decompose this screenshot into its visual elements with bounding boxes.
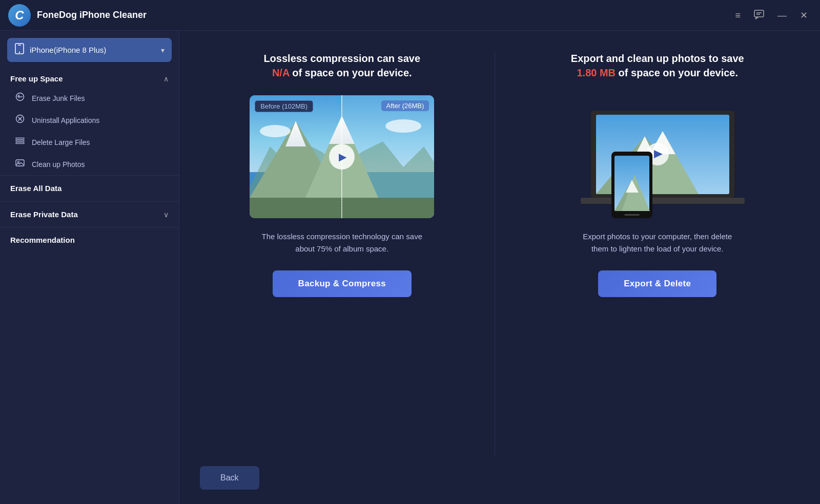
after-label: After (26MB) — [381, 100, 429, 111]
svg-point-5 — [19, 52, 20, 53]
title-bar: C FoneDog iPhone Cleaner ≡ — ✕ — [0, 0, 820, 31]
sidebar-item-erase-all-data[interactable]: Erase All Data — [0, 175, 179, 201]
main-layout: iPhone(iPhone 8 Plus) ▾ Free up Space ∧ … — [0, 31, 820, 504]
svg-point-28 — [260, 125, 291, 137]
svg-rect-12 — [16, 140, 24, 142]
sidebar-item-label-erase-junk: Erase Junk Files — [32, 94, 85, 102]
sidebar-section-header-free-space[interactable]: Free up Space ∧ — [0, 71, 179, 87]
minimize-button[interactable]: — — [775, 9, 789, 22]
back-button[interactable]: Back — [200, 466, 259, 490]
compress-highlight: N/A — [272, 67, 290, 78]
sidebar-item-label-clean-photos: Clean up Photos — [32, 160, 85, 169]
svg-rect-13 — [16, 142, 24, 144]
content-panels: Lossless compression can save N/A of spa… — [179, 31, 820, 456]
svg-point-15 — [18, 161, 19, 163]
play-icon-left: ▶ — [339, 151, 346, 163]
play-button-left[interactable]: ▶ — [329, 144, 355, 170]
title-controls: ≡ — ✕ — [733, 7, 810, 23]
sidebar-item-clean-photos[interactable]: Clean up Photos — [0, 153, 179, 175]
sidebar-item-label-erase-all-data: Erase All Data — [10, 184, 61, 193]
sidebar-item-erase-private-data[interactable]: Erase Private Data ∨ — [0, 201, 179, 227]
export-delete-button[interactable]: Export & Delete — [598, 270, 716, 297]
sidebar-section-title-free-space: Free up Space — [10, 74, 63, 83]
compress-description: The lossless compression technology can … — [260, 230, 424, 255]
export-description: Export photos to your computer, then del… — [576, 230, 740, 255]
sidebar-item-label-erase-private-data: Erase Private Data — [10, 210, 78, 219]
panel-compress: Lossless compression can save N/A of spa… — [200, 51, 495, 456]
sidebar-item-label-recommendation: Recommendation — [10, 236, 75, 244]
sidebar-item-erase-junk[interactable]: Erase Junk Files — [0, 87, 179, 109]
collapse-arrow-free-space: ∧ — [163, 75, 169, 83]
collapse-arrow-private-data: ∨ — [163, 211, 169, 219]
device-selector[interactable]: iPhone(iPhone 8 Plus) ▾ — [7, 38, 172, 62]
delete-large-files-icon — [14, 136, 26, 148]
device-export-illustration — [560, 95, 755, 218]
svg-point-29 — [385, 119, 421, 133]
uninstall-apps-icon — [14, 114, 26, 126]
svg-rect-37 — [581, 198, 745, 204]
bottom-bar: Back — [179, 456, 820, 504]
comparison-container: Before (102MB) After (26MB) ▶ — [250, 95, 434, 218]
erase-junk-icon — [14, 92, 26, 104]
export-highlight: 1.80 MB — [577, 67, 616, 78]
svg-rect-11 — [16, 138, 24, 139]
svg-rect-0 — [754, 10, 764, 17]
sidebar-item-recommendation[interactable]: Recommendation — [0, 227, 179, 253]
close-button[interactable]: ✕ — [798, 9, 810, 22]
app-title: FoneDog iPhone Cleaner — [37, 10, 147, 20]
panel-export: Export and clean up photos to save 1.80 … — [495, 51, 800, 456]
compress-title: Lossless compression can save N/A of spa… — [263, 51, 420, 80]
clean-photos-icon — [14, 158, 26, 170]
sidebar-section-free-space: Free up Space ∧ Erase Junk Files — [0, 62, 179, 175]
sidebar: iPhone(iPhone 8 Plus) ▾ Free up Space ∧ … — [0, 31, 179, 504]
device-image-container — [560, 95, 755, 218]
device-icon — [14, 43, 25, 57]
chat-button[interactable] — [752, 7, 766, 23]
backup-compress-button[interactable]: Backup & Compress — [273, 270, 412, 297]
svg-rect-45 — [624, 214, 640, 216]
sidebar-item-uninstall-apps[interactable]: Uninstall Applications — [0, 109, 179, 131]
sidebar-item-label-delete-large-files: Delete Large Files — [32, 138, 90, 146]
sidebar-item-delete-large-files[interactable]: Delete Large Files — [0, 131, 179, 153]
content-area: Lossless compression can save N/A of spa… — [179, 31, 820, 504]
device-chevron-icon: ▾ — [161, 46, 165, 54]
svg-rect-14 — [16, 160, 24, 166]
menu-button[interactable]: ≡ — [733, 9, 743, 22]
title-left: C FoneDog iPhone Cleaner — [8, 4, 147, 27]
app-logo: C — [8, 4, 31, 27]
before-label: Before (102MB) — [255, 100, 313, 112]
export-title: Export and clean up photos to save 1.80 … — [571, 51, 744, 80]
device-name: iPhone(iPhone 8 Plus) — [30, 46, 156, 54]
sidebar-item-label-uninstall-apps: Uninstall Applications — [32, 116, 99, 124]
